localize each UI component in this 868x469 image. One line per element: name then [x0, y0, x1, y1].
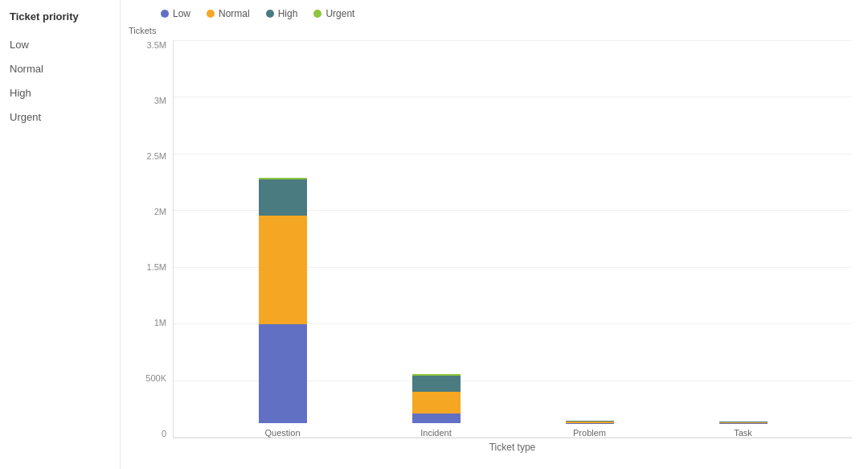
bar-segment-normal[interactable]	[412, 392, 461, 413]
stacked-bar	[259, 178, 307, 423]
bar-segment-low[interactable]	[412, 413, 461, 423]
y-tick: 1.5M	[147, 262, 166, 272]
legend-item-high[interactable]: High	[266, 8, 298, 19]
bar-group: Problem	[566, 421, 614, 438]
bar-group: Task	[719, 422, 768, 438]
y-axis-title: Tickets	[129, 26, 156, 35]
y-tick: 3.5M	[147, 40, 166, 50]
bar-label: Question	[264, 428, 300, 438]
bar-label: Incident	[420, 428, 452, 438]
sidebar-item-urgent[interactable]: Urgent	[0, 105, 120, 129]
sidebar: Ticket priority Low Normal High Urgent	[0, 0, 121, 469]
legend-label: Low	[173, 8, 190, 19]
legend-label: Urgent	[326, 8, 354, 19]
bar-label: Problem	[573, 428, 606, 438]
stacked-bar	[566, 421, 614, 423]
y-tick: 3M	[154, 96, 166, 105]
bar-group: Incident	[412, 374, 461, 438]
y-tick: 500K	[145, 373, 166, 383]
stacked-bar	[412, 374, 461, 423]
bar-segment-high[interactable]	[412, 376, 461, 392]
legend-item-normal[interactable]: Normal	[207, 8, 250, 19]
y-axis: 3.5M3M2.5M2M1.5M1M500K0	[129, 40, 173, 438]
bar-segment-high[interactable]	[259, 179, 307, 216]
stacked-bar	[719, 422, 768, 423]
y-tick: 1M	[154, 318, 166, 327]
chart-wrapper: Tickets 3.5M3M2.5M2M1.5M1M500K0 Question…	[129, 26, 852, 453]
y-tick: 0	[162, 429, 166, 438]
sidebar-item-high[interactable]: High	[0, 80, 120, 105]
bar-segment-low[interactable]	[259, 324, 307, 423]
legend-item-low[interactable]: Low	[161, 8, 190, 19]
chart-legend: LowNormalHighUrgent	[129, 8, 852, 19]
y-tick: 2M	[154, 207, 166, 216]
legend-item-urgent[interactable]: Urgent	[313, 8, 354, 19]
bar-group: Question	[259, 178, 307, 438]
sidebar-item-low[interactable]: Low	[0, 32, 120, 56]
legend-label: High	[278, 8, 298, 19]
chart-area: LowNormalHighUrgent Tickets 3.5M3M2.5M2M…	[121, 0, 868, 469]
sidebar-item-normal[interactable]: Normal	[0, 56, 120, 80]
legend-label: Normal	[219, 8, 250, 19]
bar-segment-normal[interactable]	[259, 216, 307, 324]
bars-container: QuestionIncidentProblemTask	[174, 40, 852, 438]
plot-area: QuestionIncidentProblemTask	[173, 40, 852, 438]
bar-label: Task	[734, 428, 752, 438]
y-tick: 2.5M	[147, 151, 166, 161]
x-axis-title: Ticket type	[173, 442, 852, 453]
sidebar-title: Ticket priority	[0, 0, 120, 32]
